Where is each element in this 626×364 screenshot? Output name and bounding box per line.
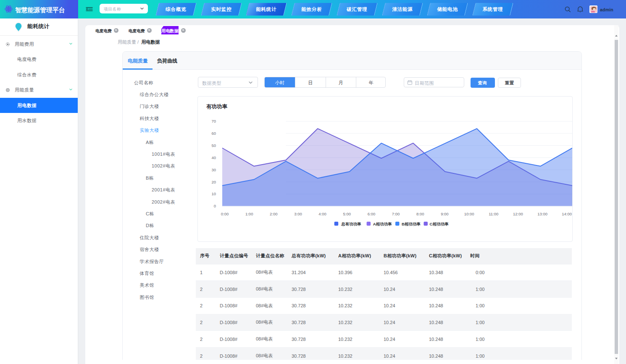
svg-text:B相功功率: B相功功率: [402, 222, 421, 226]
svg-text:60: 60: [211, 131, 216, 136]
svg-text:20: 20: [211, 180, 216, 184]
svg-text:10:00: 10:00: [464, 212, 474, 216]
svg-text:0: 0: [214, 204, 216, 208]
svg-text:9:00: 9:00: [441, 212, 449, 216]
svg-text:14:00: 14:00: [562, 212, 572, 216]
svg-text:12:00: 12:00: [513, 212, 523, 216]
svg-text:8:00: 8:00: [416, 212, 424, 216]
svg-text:70: 70: [211, 119, 216, 123]
svg-text:7:00: 7:00: [392, 212, 400, 216]
svg-text:有功功率: 有功功率: [206, 104, 228, 110]
svg-text:30: 30: [211, 168, 216, 172]
svg-text:50: 50: [211, 143, 216, 148]
svg-text:13:00: 13:00: [537, 212, 547, 216]
svg-text:总有功功率: 总有功功率: [341, 222, 361, 226]
svg-text:4:00: 4:00: [318, 212, 326, 216]
svg-text:2:00: 2:00: [270, 212, 278, 216]
svg-text:5:00: 5:00: [343, 212, 351, 216]
svg-text:11:00: 11:00: [489, 212, 498, 216]
svg-text:A相功功率: A相功功率: [373, 222, 392, 226]
svg-text:3:00: 3:00: [294, 212, 302, 216]
svg-text:1:00: 1:00: [245, 212, 253, 216]
svg-text:6:00: 6:00: [368, 212, 376, 216]
svg-text:40: 40: [211, 155, 216, 160]
svg-text:C相功功率: C相功功率: [430, 222, 449, 226]
svg-text:0:00: 0:00: [221, 212, 229, 216]
svg-text:10: 10: [211, 191, 216, 196]
